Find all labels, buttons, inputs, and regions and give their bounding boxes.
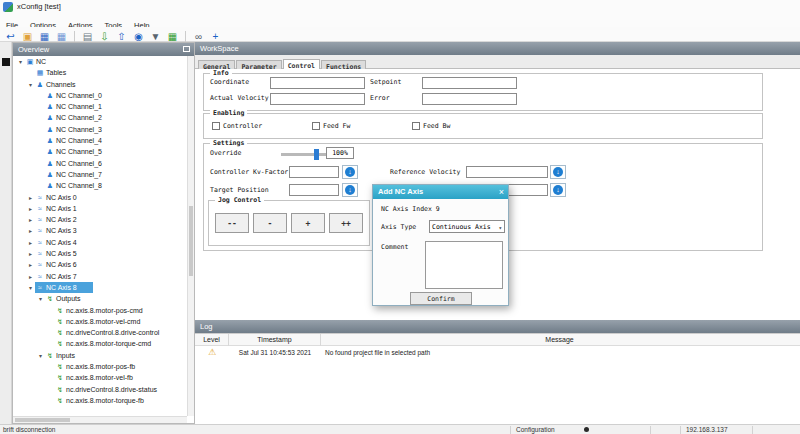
enabling-group: Enabling ControllerFeed FwFeed Bw <box>203 113 763 139</box>
tree-item[interactable]: ↯nc.axis.8.motor-vel-cmd <box>13 316 187 327</box>
tree-expander-icon[interactable]: ▾ <box>16 57 25 68</box>
title-bar: xConfig [test] <box>0 0 800 14</box>
tree-item[interactable]: ▦Tables <box>13 67 187 78</box>
tree-item[interactable]: ▾♟Channels <box>13 79 187 90</box>
tree-item[interactable]: ↯nc.axis.8.motor-pos-cmd <box>13 305 187 316</box>
slider-thumb-icon[interactable] <box>314 149 319 160</box>
channel-icon: ♟ <box>45 180 55 191</box>
tree-item[interactable]: ▾≈NC Axis 8 <box>13 282 187 293</box>
reference-velocity-input[interactable] <box>466 166 548 178</box>
tree-item[interactable]: ♟NC Channel_6 <box>13 158 187 169</box>
tree-item[interactable]: ▾▣NC <box>13 56 187 67</box>
setpoint-input[interactable] <box>422 77 517 89</box>
tree-item[interactable]: ▸≈NC Axis 4 <box>13 237 187 248</box>
overview-horizontal-scrollbar[interactable] <box>13 416 187 423</box>
stop-icon[interactable] <box>2 58 10 66</box>
actual-velocity-input[interactable] <box>270 93 365 105</box>
checkbox-feed-bw[interactable]: Feed Bw <box>412 122 450 130</box>
toolbar-separator <box>185 31 186 42</box>
override-value: 100% <box>326 147 354 159</box>
checkbox-feed-fw[interactable]: Feed Fw <box>312 122 350 130</box>
log-row[interactable]: ⚠Sat Jul 31 10:45:53 2021No found projec… <box>195 346 800 359</box>
axis-type-select[interactable]: Continuous Axis ▾ <box>429 220 505 233</box>
tree-item[interactable]: ▸≈NC Axis 5 <box>13 248 187 259</box>
tree-item[interactable]: ▾↯Outputs <box>13 293 187 304</box>
overview-vertical-scrollbar[interactable] <box>187 56 194 416</box>
tree-item-label: Channels <box>45 81 76 88</box>
scrollbar-thumb[interactable] <box>15 418 70 422</box>
tree-expander-icon[interactable]: ▾ <box>36 294 45 305</box>
jog-button-4[interactable]: ++ <box>329 213 363 233</box>
download-icon: ↓ <box>345 185 355 195</box>
tree-item[interactable]: ♟NC Channel_4 <box>13 135 187 146</box>
tree-item[interactable]: ♟NC Channel_3 <box>13 124 187 135</box>
tree-item-label: nc.driveControl.8.drive-control <box>65 329 159 336</box>
tree-expander-icon[interactable]: ▾ <box>26 283 35 294</box>
tree-item-label: nc.axis.8.motor-torque-cmd <box>65 340 151 347</box>
log-column-message[interactable]: Message <box>321 334 798 346</box>
coordinate-label: Coordinate <box>210 78 249 86</box>
enabling-group-title: Enabling <box>210 109 247 118</box>
tree-item-label: NC Channel_3 <box>55 126 102 133</box>
log-table: LevelTimestampMessage ⚠Sat Jul 31 10:45:… <box>195 333 800 424</box>
tree-item[interactable]: ↯nc.axis.8.motor-pos-fb <box>13 361 187 372</box>
comment-textarea[interactable] <box>425 241 503 289</box>
kv-factor-download-button[interactable]: ↓ <box>342 165 358 179</box>
pin-icon: ↯ <box>55 316 65 327</box>
status-bar: brift disconnection Configuration 192.16… <box>0 424 800 434</box>
tree-item[interactable]: ♟NC Channel_2 <box>13 112 187 123</box>
checkbox-icon <box>312 122 320 130</box>
kv-factor-label: Controller Kv-Factor <box>210 168 288 176</box>
tree-item[interactable]: ↯nc.axis.8.motor-torque-fb <box>13 395 187 406</box>
pin-icon: ↯ <box>55 327 65 338</box>
tree-item[interactable]: ▸≈NC Axis 1 <box>13 203 187 214</box>
target-position-download-button[interactable]: ↓ <box>342 183 358 197</box>
dialog-titlebar[interactable]: Add NC Axis × <box>373 185 508 199</box>
scrollbar-thumb[interactable] <box>189 206 193 276</box>
tree-item-label: NC Axis 4 <box>45 239 77 246</box>
tree-item[interactable]: ▸≈NC Axis 7 <box>13 271 187 282</box>
float-panel-icon[interactable] <box>183 46 190 52</box>
close-icon[interactable]: × <box>499 185 504 199</box>
jog-button-3[interactable]: + <box>291 213 325 233</box>
info-group-title: Info <box>210 69 232 78</box>
checkbox-controller[interactable]: Controller <box>212 122 262 130</box>
log-column-timestamp[interactable]: Timestamp <box>229 334 321 346</box>
coordinate-input[interactable] <box>270 77 365 89</box>
log-column-level[interactable]: Level <box>195 334 229 346</box>
tree-expander-icon[interactable]: ▾ <box>26 80 35 91</box>
tree-item[interactable]: ♟NC Channel_5 <box>13 146 187 157</box>
reference-velocity-label: Reference Velocity <box>390 168 460 176</box>
tree-expander-icon[interactable]: ▾ <box>36 351 45 362</box>
tree-item[interactable]: ↯nc.driveControl.8.drive-control <box>13 327 187 338</box>
error-input[interactable] <box>422 93 517 105</box>
tree-item[interactable]: ♟NC Channel_8 <box>13 180 187 191</box>
tree-item[interactable]: ↯nc.axis.8.motor-vel-fb <box>13 372 187 383</box>
toolbar: ↩▣▦▦▤⇩⇧◉▼▦∞+ <box>0 27 800 42</box>
kv-factor-input[interactable] <box>289 166 339 178</box>
log-title: Log <box>200 322 213 331</box>
tree-item[interactable]: ♟NC Channel_7 <box>13 169 187 180</box>
tree-item[interactable]: ↯nc.axis.8.motor-torque-cmd <box>13 338 187 349</box>
tree-item[interactable]: ▸≈NC Axis 2 <box>13 214 187 225</box>
target-velocity-download-button[interactable]: ↓ <box>550 183 566 197</box>
tree-item[interactable]: ♟NC Channel_0 <box>13 90 187 101</box>
tree-item[interactable]: ▸≈NC Axis 3 <box>13 225 187 236</box>
jog-button-2[interactable]: - <box>253 213 287 233</box>
tree-item[interactable]: ↯nc.driveControl.8.drive-status <box>13 384 187 395</box>
table-icon: ▦ <box>35 67 45 78</box>
target-position-input[interactable] <box>289 184 339 196</box>
channel-icon: ♟ <box>45 112 55 123</box>
tree-item[interactable]: ▸≈NC Axis 6 <box>13 259 187 270</box>
overview-header: Overview <box>13 43 194 56</box>
tree-item[interactable]: ▾↯Inputs <box>13 350 187 361</box>
reference-velocity-download-button[interactable]: ↓ <box>550 165 566 179</box>
override-slider[interactable] <box>281 153 327 156</box>
tree-item[interactable]: ♟NC Channel_1 <box>13 101 187 112</box>
channel-icon: ♟ <box>35 79 45 90</box>
tree-item[interactable]: ▸≈NC Axis 0 <box>13 192 187 203</box>
confirm-button[interactable]: Confirm <box>410 292 472 305</box>
tree-expander-icon[interactable]: ▸ <box>26 260 35 271</box>
jog-button-1[interactable]: -- <box>215 213 249 233</box>
tree-item-label: NC Axis 2 <box>45 216 77 223</box>
